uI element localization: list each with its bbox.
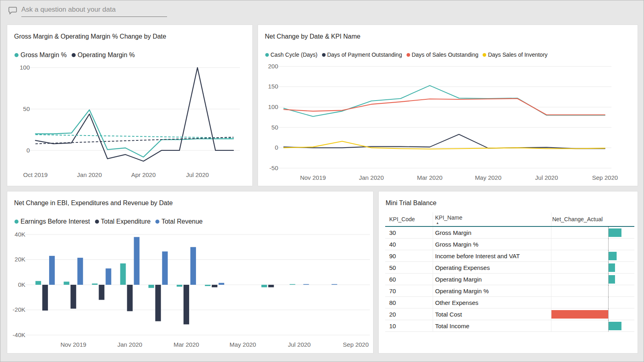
sort-ascending-icon: ▲	[436, 222, 439, 224]
cell-kpi-code: 60	[385, 274, 433, 285]
cell-kpi-code: 20	[385, 309, 433, 320]
cell-net-change	[551, 250, 634, 261]
bar[interactable]	[127, 285, 133, 311]
kpi-line-chart[interactable]: 200150100500-50Nov 2019Jan 2020Mar 2020M…	[261, 62, 634, 184]
legend-dot-icon	[322, 53, 326, 57]
bar[interactable]	[105, 268, 111, 285]
table-row[interactable]: 70Operating Margin %	[385, 285, 634, 297]
col-header-net-change[interactable]: Net_Change_Actual	[551, 212, 634, 226]
y-axis-tick: 200	[268, 63, 278, 70]
legend-item[interactable]: Days of Payment Outstanding	[322, 51, 402, 58]
bar[interactable]	[261, 285, 267, 287]
y-axis-tick: 40K	[14, 231, 25, 238]
legend-dot-icon	[155, 220, 159, 224]
trendline[interactable]	[35, 137, 233, 144]
col-header-kpi-name[interactable]: KPI_Name ▲	[433, 212, 551, 226]
kpi_chart-canvas[interactable]: 200150100500-50Nov 2019Jan 2020Mar 2020M…	[261, 62, 634, 184]
x-axis-tick: Jul 2020	[186, 171, 209, 178]
cell-kpi-code: 70	[385, 285, 433, 296]
table-row[interactable]: 50Operating Expenses	[385, 262, 634, 274]
bar[interactable]	[184, 285, 189, 324]
series-line[interactable]	[284, 86, 605, 117]
trial-balance-table: KPI_Code KPI_Name ▲ Net_Change_Actual 30…	[385, 212, 634, 332]
series-line[interactable]	[35, 68, 233, 161]
series-line[interactable]	[284, 134, 605, 148]
bar[interactable]	[303, 284, 309, 285]
series-line[interactable]	[35, 110, 233, 157]
ebi-bar-chart[interactable]: 40K20K0K-20K-40KNov 2019Jan 2020Mar 2020…	[10, 228, 370, 352]
qa-input[interactable]: Ask a question about your data	[21, 6, 167, 17]
col-header-kpi-code[interactable]: KPI_Code	[385, 212, 433, 226]
bar[interactable]	[42, 285, 48, 311]
trendline[interactable]	[35, 135, 233, 138]
margin_chart-canvas[interactable]: 100500Oct 2019Jan 2020Apr 2020Jul 2020	[10, 62, 249, 184]
bar[interactable]	[290, 284, 295, 285]
legend-label: Earnings Before Interest	[21, 218, 90, 225]
bar[interactable]	[120, 263, 126, 285]
table-row[interactable]: 80Other Expenses	[385, 297, 634, 309]
bar[interactable]	[92, 284, 97, 285]
table-row[interactable]: 90Income before Interest and VAT	[385, 250, 634, 262]
bar[interactable]	[332, 284, 337, 285]
series-line[interactable]	[284, 99, 605, 115]
table-row[interactable]: 60Operating Margin	[385, 274, 634, 285]
bar[interactable]	[155, 285, 161, 321]
cell-net-change	[551, 274, 634, 285]
x-axis-tick: Jul 2020	[535, 174, 558, 181]
y-axis-tick: -20K	[12, 306, 25, 313]
bar[interactable]	[219, 283, 224, 285]
table-row[interactable]: 20Total Cost	[385, 309, 634, 320]
bar[interactable]	[64, 282, 69, 285]
legend-item[interactable]: Total Expenditure	[95, 218, 151, 225]
legend-label: Operating Margin %	[78, 51, 135, 59]
table-title: Mini Trial Balance	[386, 200, 436, 207]
legend-item[interactable]: Cash Cycle (Days)	[265, 51, 318, 58]
col-header-kpi-name-label: KPI_Name	[435, 214, 462, 221]
legend-dot-icon	[265, 53, 269, 57]
legend-dot-icon	[72, 53, 76, 57]
margin-line-chart[interactable]: 100500Oct 2019Jan 2020Apr 2020Jul 2020	[10, 62, 249, 184]
legend-item[interactable]: Operating Margin %	[72, 51, 135, 59]
bar[interactable]	[99, 285, 104, 300]
table-row[interactable]: 30Gross Margin	[385, 227, 634, 239]
data-bar-positive	[609, 228, 621, 237]
legend-label: Days of Sales Outstanding	[412, 51, 479, 58]
bar[interactable]	[205, 285, 211, 286]
cell-net-change	[551, 309, 634, 320]
y-axis-tick: 100	[268, 103, 278, 110]
cell-kpi-code: 90	[385, 250, 433, 261]
legend-item[interactable]: Total Revenue	[155, 218, 202, 225]
cell-kpi-name: Operating Margin %	[433, 285, 551, 296]
table-body: 30Gross Margin40Gross Margin %90Income b…	[385, 227, 634, 332]
x-axis-tick: May 2020	[229, 341, 256, 348]
bar[interactable]	[49, 256, 55, 285]
bar[interactable]	[70, 285, 76, 309]
bar[interactable]	[268, 285, 274, 287]
bar[interactable]	[162, 251, 168, 285]
qa-bar[interactable]: Ask a question about your data	[8, 6, 167, 17]
legend-item[interactable]: Earnings Before Interest	[14, 218, 90, 225]
legend-item[interactable]: Days Sales of Inventory	[483, 51, 547, 58]
legend-item[interactable]: Days of Sales Outstanding	[407, 51, 479, 58]
table-row[interactable]: 10Total Income	[385, 320, 634, 332]
bar[interactable]	[177, 285, 182, 287]
legend-item[interactable]: Gross Margin %	[14, 51, 67, 59]
cell-net-change	[551, 239, 634, 250]
card-ebi-chart: Net Change in EBI, Expenditures and Reve…	[7, 191, 374, 354]
legend-label: Cash Cycle (Days)	[270, 51, 318, 58]
bar[interactable]	[149, 285, 154, 288]
bar[interactable]	[212, 285, 217, 287]
ebi_chart-canvas[interactable]: 40K20K0K-20K-40KNov 2019Jan 2020Mar 2020…	[10, 228, 370, 352]
table-row[interactable]: 40Gross Margin %	[385, 239, 634, 250]
cell-kpi-name: Gross Margin	[433, 227, 551, 238]
bar[interactable]	[35, 281, 41, 285]
cell-kpi-name: Operating Margin	[433, 274, 551, 285]
ebi-chart-legend: Earnings Before InterestTotal Expenditur…	[14, 218, 207, 225]
legend-label: Gross Margin %	[21, 51, 67, 59]
legend-dot-icon	[14, 220, 19, 224]
y-axis-tick: 50	[23, 105, 30, 112]
bar[interactable]	[134, 237, 140, 285]
bar[interactable]	[77, 258, 83, 285]
bar[interactable]	[190, 247, 196, 285]
legend-label: Days of Payment Outstanding	[327, 51, 402, 58]
